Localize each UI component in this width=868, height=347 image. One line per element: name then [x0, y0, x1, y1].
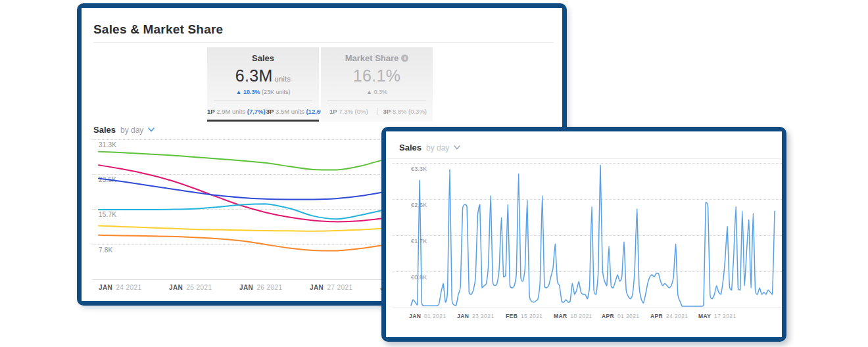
x-axis-label: JAN 23 2021 [457, 313, 494, 319]
metric-toggle-row: Sales 6.3Munits ▲ 10.3% (23K units) 1P 2… [207, 47, 433, 122]
sales-metric-tab[interactable]: Sales 6.3Munits ▲ 10.3% (23K units) 1P 2… [207, 47, 319, 122]
x-axis-label: JAN 24 2021 [99, 284, 141, 291]
market-share-metric-delta: ▲ 0.3% [321, 89, 433, 95]
market-share-metric-value: 16.1% [321, 66, 433, 85]
market-share-1p-stat: 1P 7.3% (0%) [321, 108, 377, 115]
front-chart-header: Sales by day [399, 143, 460, 152]
x-axis-label: JAN 25 2021 [169, 284, 212, 291]
x-axis-label: APR 01 2021 [602, 313, 639, 319]
page-title: Sales & Market Share [93, 22, 223, 37]
sales-by-day-card: Sales by day €3.3K €2.5K €1.7K €0.8K JAN [381, 127, 786, 342]
back-chart-header: Sales by day [93, 125, 155, 135]
x-axis-label: JAN 01 2021 [409, 313, 446, 319]
sales-metric-unit: units [275, 75, 291, 83]
x-axis-label: APR 24 2021 [650, 313, 688, 319]
sales-metric-label: Sales [207, 53, 319, 63]
market-share-metric-tab[interactable]: Market Share i 16.1% ▲ 0.3% 1P 7.3% (0%)… [321, 47, 433, 122]
x-axis-label: FEB 15 2021 [506, 313, 543, 319]
x-axis-label: JAN 26 2021 [239, 284, 282, 291]
dashboard-stage: Sales & Market Share Sales 6.3Munits ▲ 1… [0, 0, 868, 347]
chart-metric-label: Sales [93, 125, 116, 135]
chevron-down-icon[interactable] [454, 145, 460, 150]
header-divider [386, 158, 782, 159]
x-axis-label: MAR 10 2021 [554, 313, 592, 319]
chart-interval-dropdown[interactable]: by day [426, 143, 449, 152]
sales-3p-stat: 3P 3.5M units (12,6%) [266, 108, 328, 115]
x-axis-label: JAN 27 2021 [310, 284, 352, 291]
x-axis-label: MAY 17 2021 [698, 313, 736, 319]
sales-daily-chart: €3.3K €2.5K €1.7K €0.8K JAN 01 2021JAN 2… [393, 161, 782, 325]
info-icon[interactable]: i [401, 55, 408, 62]
sales-metric-delta: ▲ 10.3% (23K units) [207, 89, 319, 95]
sales-1p-stat: 1P 2.9M units (7,7%) [207, 108, 266, 115]
market-share-3p-stat: 3P 8.8% (0.3%) [377, 108, 433, 115]
sales-metric-value: 6.3Munits [207, 66, 319, 85]
chart-interval-dropdown[interactable]: by day [120, 126, 143, 135]
chevron-down-icon[interactable] [148, 127, 155, 132]
market-share-metric-label: Market Share i [321, 53, 433, 63]
title-divider [93, 42, 554, 43]
chart-metric-label: Sales [399, 143, 422, 152]
